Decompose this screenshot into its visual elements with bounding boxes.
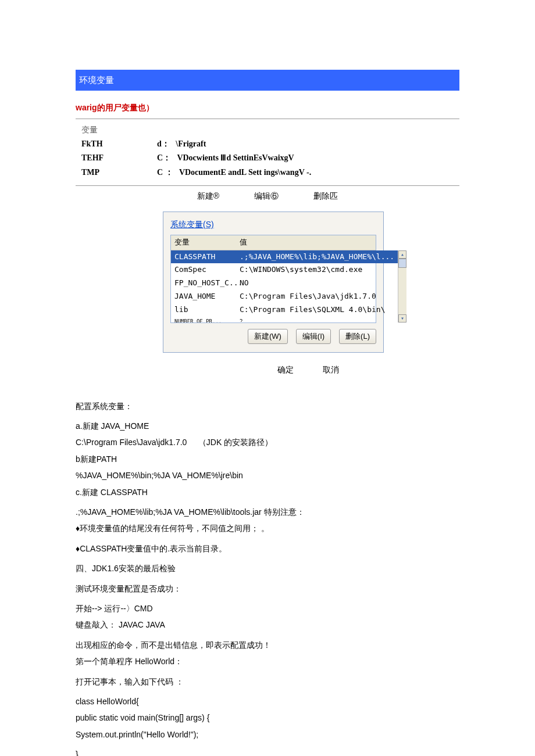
user-vars-title: warig的用尸变量也） [76,101,459,114]
header-title: 环境变量 [79,75,114,85]
sys-var-row[interactable]: ComSpec C:\WINDOWS\system32\cmd.exe [171,263,398,277]
scroll-thumb[interactable] [398,259,406,268]
sys-var-row[interactable]: NUMBER_OF_PR... 2 [171,317,398,323]
code-line: System.out.println("Hello World!"); [76,728,459,741]
col-header-value: 值 [240,237,372,249]
col-header-name: 变量 [174,237,240,249]
sys-var-row[interactable]: FP_NO_HOST_C... NO [171,277,398,290]
text-line: .;%JAVA_HOME%\lib;%JA VA_HOME%\lib\tools… [76,506,459,518]
sys-var-buttons: 新建(W) 编辑(I) 删除(L) [170,329,376,345]
scroll-down-icon[interactable]: ▾ [398,314,406,323]
system-vars-dialog: 系统变量(S) 变量 值 CLASSPATH .;%JAVA_HOME%\lib… [163,212,384,353]
text-line: C:\Program Files\Java\jdk1.7.0 （JDK 的安装路… [76,436,459,449]
text-line: a.新建 JAVA_HOME [76,420,459,432]
text-line: ♦CLASSPATH变量值中的.表示当前目录。 [76,542,459,555]
header-bar: 环境变量 [76,70,459,91]
var-name: FkTH [81,138,157,151]
text-line: 配置系统变量： [76,400,459,413]
edit-button[interactable]: 编辑⑥ [254,189,279,202]
new-button[interactable]: 新建(W) [248,329,288,345]
text-line: %JAVA_HOME%\bin;%JA VA_HOME%\jre\bin [76,469,459,482]
text-line: c.新建 CLASSPATH [76,486,459,499]
text-line: 出现相应的命令，而不是出错信息，即表示配置成功！ [76,639,459,651]
scroll-up-icon[interactable]: ▴ [398,250,406,259]
delete-button[interactable]: 删除(L) [339,329,376,345]
var-name: TEHF [81,152,157,164]
sys-var-row[interactable]: lib C:\Program Files\SQLXML 4.0\bin\ [171,303,398,317]
sys-var-row[interactable]: JAVA_HOME C:\Program Files\Java\jdk1.7.0 [171,290,398,303]
text-line: ♦环境变量值的结尾没有任何符号，不同值之间用； 。 [76,522,459,535]
system-vars-title: 系统变量(S) [170,218,376,231]
user-var-buttons: 新建® 编辑⑥ 删除匹 [76,189,459,202]
text-line: 测试环境变量配置是否成功： [76,582,459,595]
scrollbar[interactable]: ▴ ▾ [398,250,406,323]
user-var-row: FkTH d： \Frigraft [76,137,459,151]
list-header: 变量 值 [171,235,376,250]
text-line: 开始--> 运行--〉CMD [76,602,459,615]
text-line: 键盘敲入： JAVAC JAVA [76,618,459,631]
delete-button[interactable]: 删除匹 [313,189,338,202]
sys-var-row[interactable]: CLASSPATH .;%JAVA_HOME%\lib;%JAVA_HOME%\… [171,250,398,264]
edit-button[interactable]: 编辑(I) [296,329,331,345]
user-var-row: TMP C ： VDocumentE andL Sett ings\wangV … [76,166,459,180]
text-line: 第一个简单程序 HelloWorld： [76,655,459,668]
document-content: 配置系统变量： a.新建 JAVA_HOME C:\Program Files\… [76,400,459,756]
text-line: 四、JDK1.6安装的最后检验 [76,562,459,575]
var-name: TMP [81,166,157,179]
user-vars-header: 变量 [81,123,157,136]
new-button[interactable]: 新建® [197,189,219,202]
code-line: } [76,748,459,756]
code-line: public static void main(String[] args) { [76,711,459,724]
system-vars-list: 变量 值 CLASSPATH .;%JAVA_HOME%\lib;%JAVA_H… [170,235,376,323]
ok-button[interactable]: 确定 [277,363,294,376]
text-line: 打开记事本，输入如下代码 ： [76,675,459,688]
user-vars-box: 变量 FkTH d： \Frigraft TEHF C： VDocwients … [76,119,459,186]
code-line: class HelloWorld{ [76,695,459,708]
ok-cancel-row: 确定 取消 [157,363,459,376]
user-var-row: TEHF C： VDocwients Ⅲd SettinEsVwaixgV [76,151,459,165]
cancel-button[interactable]: 取消 [323,363,339,376]
text-line: b新建PATH [76,453,459,465]
